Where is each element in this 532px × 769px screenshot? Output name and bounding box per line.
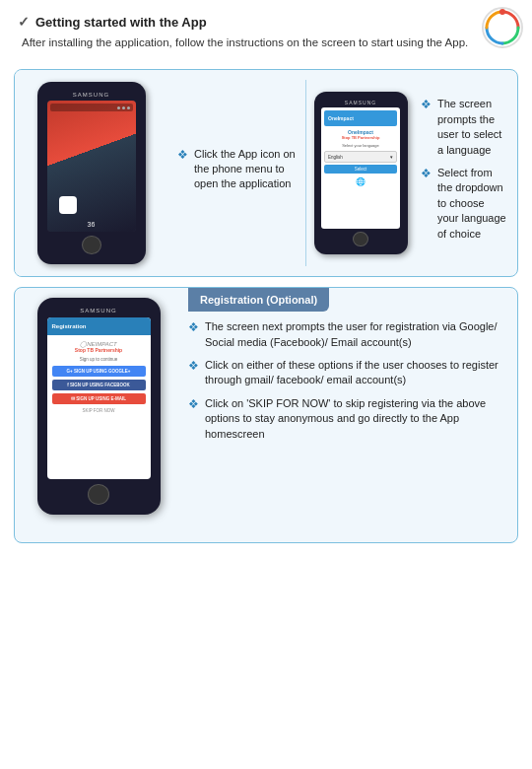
lang-select-button[interactable]: Select [324, 165, 397, 174]
header-section: ✓ Getting started with the App After ins… [0, 0, 532, 59]
reg-header-text: Registration [52, 323, 87, 329]
reg-prompt: Sign up to continue [52, 357, 146, 362]
reg-bullet-2: ❖ Click on either of these options if th… [188, 358, 507, 388]
registration-badge: Registration (Optional) [188, 288, 329, 312]
lang-header-text: OneImpact [328, 115, 354, 121]
phone-app-icon [59, 196, 77, 214]
reg-text-3: Click on 'SKIP FOR NOW' to skip register… [205, 396, 507, 442]
top-card-right-text: ❖ The screen prompts the user to select … [415, 70, 517, 276]
top-card-left-text: ❖ Click the App icon on the phone menu t… [167, 70, 305, 276]
phone-screen-language: OneImpact OneImpact Stop TB Partnership … [321, 107, 400, 228]
svg-point-1 [499, 9, 505, 15]
phone-brand-sm: SAMSUNG [345, 100, 376, 105]
language-prompt-text: The screen prompts the user to select a … [437, 97, 507, 158]
reg-google-button[interactable]: G+ SIGN UP USING GOOGLE+ [52, 366, 146, 377]
reg-skip-button[interactable]: SKIP FOR NOW [52, 408, 146, 413]
diamond-icon-4: ❖ [188, 320, 199, 334]
reg-logo-prefix: ◯NEIMPACT [80, 340, 117, 347]
bullet-language-select: ❖ Select from the dropdown to choose you… [421, 166, 507, 242]
phone-home-btn-sm [353, 232, 368, 247]
bullet-click-icon: ❖ Click the App icon on the phone menu t… [177, 147, 296, 192]
reg-text-1: The screen next prompts the user for reg… [205, 319, 507, 350]
diamond-icon-6: ❖ [188, 397, 199, 411]
header-description: After installing the application, follow… [18, 35, 473, 51]
reg-phone-brand: SAMSUNG [80, 308, 116, 314]
phone-mockup-main: SAMSUNG 36 [37, 82, 146, 264]
bullet-language-prompt: ❖ The screen prompts the user to select … [421, 97, 507, 158]
language-select-text: Select from the dropdown to choose your … [437, 166, 507, 242]
reg-phone-mockup: SAMSUNG Registration ◯NEIMPACT Stop TB P… [37, 298, 161, 515]
reg-phone-home-btn [88, 484, 109, 505]
top-card-center: SAMSUNG OneImpact OneImpact Stop TB Part… [306, 70, 415, 276]
dropdown-arrow-icon: ▾ [390, 154, 393, 160]
click-app-text: Click the App icon on the phone menu to … [194, 147, 296, 192]
diamond-icon-3: ❖ [421, 167, 432, 180]
app-logo [481, 6, 524, 52]
phone-screen-main: 36 [47, 101, 136, 232]
lang-logo-sub: Stop TB Partnership [324, 135, 397, 140]
globe-icon: 🌐 [324, 177, 397, 186]
reg-facebook-button[interactable]: f SIGN UP USING FACEBOOK [52, 380, 146, 390]
lang-dropdown-value: English [328, 155, 390, 160]
bottom-card-left: SAMSUNG Registration ◯NEIMPACT Stop TB P… [15, 288, 182, 542]
diamond-icon-5: ❖ [188, 359, 199, 373]
lang-prompt: Select your language [324, 143, 397, 148]
bottom-card-right: Registration (Optional) ❖ The screen nex… [182, 288, 517, 542]
reg-bullet-1: ❖ The screen next prompts the user for r… [188, 319, 507, 350]
lang-dropdown[interactable]: English ▾ [324, 151, 397, 163]
diamond-icon-2: ❖ [421, 98, 432, 111]
phone-home-button [82, 236, 101, 254]
top-card: SAMSUNG 36 ❖ Click the App icon on the p… [14, 69, 518, 277]
phone-time: 36 [88, 221, 96, 228]
diamond-icon-1: ❖ [177, 148, 188, 162]
header-title: ✓ Getting started with the App [18, 14, 473, 30]
reg-logo-sub: Stop TB Partnership [75, 347, 122, 353]
phone-mockup-language: SAMSUNG OneImpact OneImpact Stop TB Part… [314, 92, 408, 254]
reg-phone-screen: Registration ◯NEIMPACT Stop TB Partnersh… [47, 317, 151, 479]
reg-email-button[interactable]: ✉ SIGN UP USING E-MAIL [52, 393, 146, 404]
title-text: Getting started with the App [35, 15, 207, 30]
bottom-card: SAMSUNG Registration ◯NEIMPACT Stop TB P… [14, 287, 518, 543]
checkmark-icon: ✓ [18, 14, 30, 30]
top-card-left: SAMSUNG 36 [15, 70, 167, 276]
phone-brand-main: SAMSUNG [73, 92, 109, 98]
reg-bullet-3: ❖ Click on 'SKIP FOR NOW' to skip regist… [188, 396, 507, 442]
reg-text-2: Click on either of these options if the … [205, 358, 507, 388]
